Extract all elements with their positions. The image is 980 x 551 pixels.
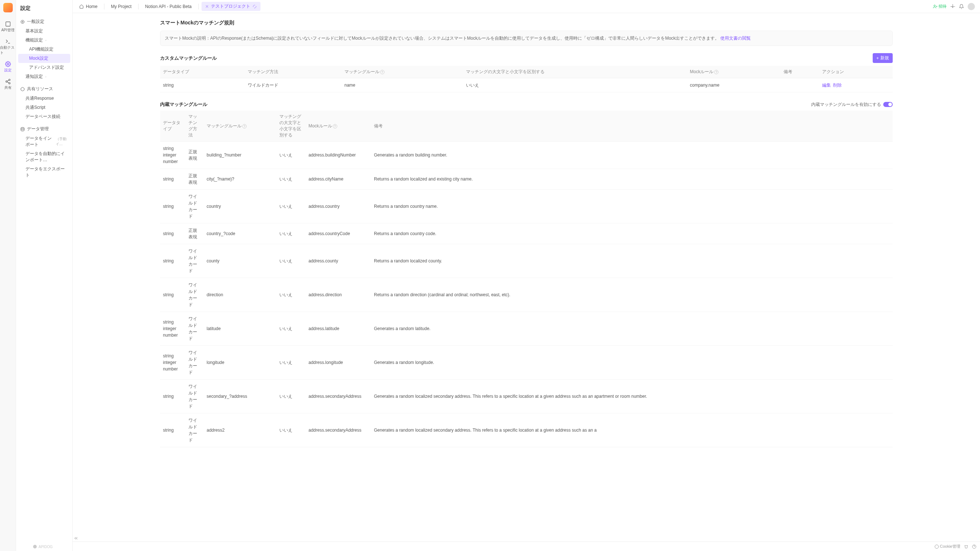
builtin-rules-title: 内蔵マッチングルール	[160, 101, 207, 108]
info-icon: ?	[333, 124, 337, 129]
collapse-sidebar-button[interactable]	[73, 536, 79, 541]
sidebar-item-feature[interactable]: 機能設定	[16, 36, 72, 45]
custom-rules-table: データタイプマッチング方法マッチングルール?マッチングの大文字と小文字を区別する…	[160, 66, 893, 92]
svg-point-4	[6, 81, 7, 82]
tab-testproject[interactable]: ✕ テストプロジェクト	[202, 2, 261, 11]
table-row: string integer number正規表現building_?numbe…	[160, 142, 893, 169]
info-icon: ?	[242, 124, 247, 129]
doc-link[interactable]: 使用文書の閲覧	[720, 36, 751, 41]
builtin-rules-table: データタイプマッチング方法マッチングルール?マッチングの大文字と小文字を区別する…	[160, 111, 893, 447]
table-header: マッチングルール?	[204, 111, 277, 142]
user-plus-icon	[933, 4, 937, 9]
table-header: データタイプ	[160, 111, 186, 142]
table-row: stringワイルドカードaddress2いいえaddress.secondar…	[160, 413, 893, 447]
enable-builtin-toggle[interactable]	[883, 102, 893, 107]
rail-api[interactable]: API管理	[0, 18, 16, 36]
svg-point-11	[934, 5, 935, 6]
rail-autotest[interactable]: 自動テスト	[0, 36, 16, 58]
cookie-icon	[934, 545, 939, 549]
sidebar-item-notify[interactable]: 通知設定	[16, 72, 72, 81]
bell-icon[interactable]	[959, 4, 964, 9]
table-header: Mockルール?	[305, 111, 371, 142]
autotest-icon	[5, 38, 11, 45]
table-header: マッチング方法	[186, 111, 204, 142]
svg-point-5	[9, 83, 10, 84]
sidebar-group-shared[interactable]: 共有リソース	[16, 84, 72, 94]
edit-link[interactable]: 編集	[822, 83, 831, 88]
cookie-manage[interactable]: Cookie管理	[934, 544, 960, 549]
table-header: マッチングの大文字と小文字を区別する	[463, 66, 687, 78]
new-rule-button[interactable]: + 新規	[873, 53, 893, 63]
brand-footer: APIDOG	[33, 545, 53, 549]
cube-icon	[21, 87, 25, 91]
chevron-down-icon	[45, 39, 47, 42]
sidebar-item-autoimport[interactable]: データを自動的にインポート…	[16, 149, 72, 164]
table-row: stringワイルドカードcountyいいえaddress.countyRetu…	[160, 244, 893, 278]
sidebar-item-script[interactable]: 共通Script	[16, 103, 72, 112]
gear-icon[interactable]	[950, 4, 955, 9]
delete-link[interactable]: 削除	[833, 83, 842, 88]
loading-icon	[253, 4, 257, 9]
api-icon	[5, 21, 11, 27]
help-icon[interactable]	[972, 545, 976, 549]
sidebar-item-db[interactable]: データベース接続	[16, 112, 72, 121]
database-icon	[21, 127, 25, 131]
table-row: string正規表現city(_?name)?いいえaddress.cityNa…	[160, 169, 893, 190]
plus-icon: +	[876, 56, 879, 61]
settings-sidebar: 設定 一般設定 基本設定 機能設定 API機能設定 Mock設定 アドバンスド設…	[16, 0, 73, 551]
info-icon: ?	[380, 70, 385, 74]
gear-icon	[5, 61, 11, 67]
table-header: アクション	[819, 66, 893, 78]
svg-point-17	[33, 545, 37, 548]
rail-settings[interactable]: 設定	[0, 58, 16, 76]
sidebar-item-export[interactable]: データをエクスポート	[16, 164, 72, 180]
sidebar-title: 設定	[16, 4, 72, 15]
sidebar-item-basic[interactable]: 基本設定	[16, 27, 72, 36]
sidebar-item-import[interactable]: データをインポート （手動イ…	[16, 134, 72, 149]
table-row: stringワイルドカードdirectionいいえaddress.directi…	[160, 278, 893, 312]
sidebar-item-api-feature[interactable]: API機能設定	[16, 45, 72, 54]
invite-button[interactable]: 招待	[933, 4, 947, 9]
table-header: 備考	[371, 111, 893, 142]
svg-point-2	[7, 63, 9, 65]
rail-share[interactable]: 共有	[0, 76, 16, 93]
status-bar: Cookie管理	[73, 541, 980, 551]
table-header: Mockルール?	[687, 66, 781, 78]
share-icon	[5, 79, 11, 84]
table-row: stringワイルドカードcountryいいえaddress.countryRe…	[160, 190, 893, 223]
content-area: スマートMockのマッチング規則 スマートMockの説明：APIのRespons…	[73, 13, 980, 541]
table-header: データタイプ	[160, 66, 245, 78]
table-row: stringワイルドカードsecondary_?addressいいえaddres…	[160, 380, 893, 413]
sidebar-item-response[interactable]: 共通Response	[16, 94, 72, 103]
sidebar-group-general[interactable]: 一般設定	[16, 17, 72, 27]
settings-group-icon	[21, 20, 25, 24]
tab-notion[interactable]: Notion API - Public Beta	[142, 3, 195, 11]
close-icon[interactable]: ✕	[205, 4, 209, 9]
svg-point-9	[21, 20, 24, 23]
table-header: マッチング方法	[245, 66, 341, 78]
svg-point-10	[21, 127, 24, 129]
sidebar-item-mock[interactable]: Mock設定	[18, 54, 70, 63]
trash-icon[interactable]	[964, 545, 968, 549]
home-icon	[79, 4, 84, 9]
svg-rect-0	[6, 22, 10, 26]
table-row: string integer numberワイルドカードlatitudeいいえa…	[160, 312, 893, 346]
table-header: 備考	[781, 66, 819, 78]
avatar[interactable]	[967, 3, 975, 10]
svg-line-6	[7, 82, 9, 83]
info-icon: ?	[714, 70, 718, 74]
table-header: マッチングルール?	[342, 66, 463, 78]
sidebar-item-advanced[interactable]: アドバンスド設定	[16, 63, 72, 72]
table-row: string正規表現country_?codeいいえaddress.countr…	[160, 223, 893, 244]
svg-point-3	[9, 79, 10, 80]
page-title: スマートMockのマッチング規則	[160, 20, 893, 26]
app-logo	[3, 3, 13, 13]
sidebar-group-data[interactable]: データ管理	[16, 124, 72, 134]
tab-home[interactable]: Home	[76, 3, 101, 11]
import-hint: （手動イ…	[56, 137, 68, 147]
table-header: マッチングの大文字と小文字を区別する	[277, 111, 305, 142]
description-box: スマートMockの説明：APIのResponse(またはSchema)に設定され…	[160, 30, 893, 46]
tab-myproject[interactable]: My Project	[107, 3, 135, 11]
svg-point-8	[22, 21, 23, 22]
svg-point-15	[935, 545, 939, 548]
